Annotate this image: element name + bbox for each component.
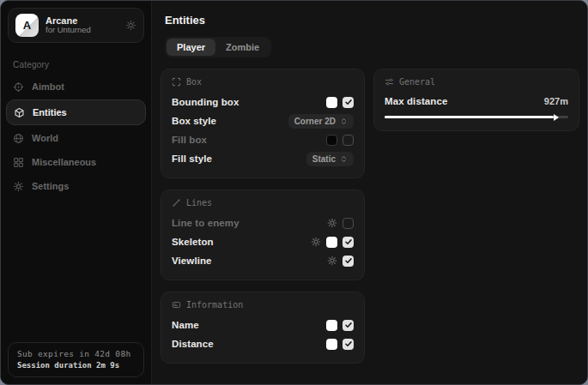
tab-player[interactable]: Player bbox=[167, 39, 215, 56]
sidebar-nav: Aimbot Entities World Miscellaneous bbox=[1, 75, 151, 198]
panel-header-label: Box bbox=[186, 77, 202, 87]
globe-icon bbox=[13, 133, 24, 144]
row-fill-style: Fill style Static bbox=[172, 149, 354, 168]
bounding-box-checkbox[interactable] bbox=[342, 97, 354, 108]
color-swatch[interactable] bbox=[326, 97, 337, 108]
app-subtitle: for Unturned bbox=[45, 26, 118, 35]
row-line-to-enemy: Line to enemy bbox=[172, 214, 354, 232]
panel-box: Box Bounding box Box style Corne bbox=[161, 69, 365, 178]
sidebar-item-entities[interactable]: Entities bbox=[6, 99, 146, 125]
sidebar: A Arcane for Unturned Category Aimbot En… bbox=[1, 1, 152, 384]
app-window: A Arcane for Unturned Category Aimbot En… bbox=[0, 0, 588, 385]
sidebar-item-label: Miscellaneous bbox=[32, 157, 96, 167]
color-swatch[interactable] bbox=[326, 237, 337, 248]
box-style-select[interactable]: Corner 2D bbox=[288, 114, 354, 129]
row-max-distance: Max distance 927m bbox=[385, 93, 568, 118]
app-logo: A bbox=[15, 14, 39, 37]
row-bounding-box: Bounding box bbox=[172, 93, 354, 111]
sidebar-item-label: Entities bbox=[33, 107, 67, 117]
color-swatch[interactable] bbox=[326, 135, 337, 146]
row-skeleton: Skeleton bbox=[172, 232, 354, 251]
sidebar-item-label: Aimbot bbox=[32, 81, 64, 92]
slider-thumb[interactable] bbox=[554, 114, 559, 121]
max-distance-slider[interactable] bbox=[385, 116, 568, 118]
panel-general: General Max distance 927m bbox=[373, 69, 579, 131]
row-distance: Distance bbox=[172, 334, 354, 353]
sub-expiry-text: Sub expires in 42d 08h bbox=[17, 349, 135, 358]
row-name: Name bbox=[172, 316, 354, 334]
subscription-card: Sub expires in 42d 08h Session duration … bbox=[8, 342, 144, 377]
sidebar-item-label: World bbox=[32, 133, 58, 143]
row-viewline: Viewline bbox=[172, 251, 354, 270]
scan-box-icon bbox=[172, 77, 181, 87]
main-content: Entities Player Zombie Box Bounding box bbox=[152, 1, 588, 384]
sidebar-item-miscellaneous[interactable]: Miscellaneous bbox=[1, 150, 151, 174]
row-fill-box: Fill box bbox=[172, 130, 354, 149]
sidebar-item-aimbot[interactable]: Aimbot bbox=[1, 75, 151, 99]
brand-card: A Arcane for Unturned bbox=[8, 8, 144, 43]
gear-icon bbox=[13, 181, 24, 192]
chevrons-up-down-icon bbox=[340, 117, 348, 125]
entity-tabs: Player Zombie bbox=[165, 37, 271, 57]
fill-box-checkbox[interactable] bbox=[342, 135, 354, 146]
color-swatch[interactable] bbox=[326, 320, 337, 331]
cube-icon bbox=[14, 107, 25, 118]
color-swatch[interactable] bbox=[326, 339, 337, 350]
panel-header-label: General bbox=[399, 77, 435, 87]
max-distance-value: 927m bbox=[544, 96, 568, 106]
distance-checkbox[interactable] bbox=[342, 339, 354, 350]
viewline-checkbox[interactable] bbox=[342, 256, 354, 267]
category-label: Category bbox=[13, 60, 139, 69]
line-to-enemy-checkbox[interactable] bbox=[342, 218, 354, 229]
page-title: Entities bbox=[165, 14, 579, 27]
gear-icon[interactable] bbox=[327, 256, 337, 266]
panel-header-label: Lines bbox=[186, 198, 212, 208]
tab-zombie[interactable]: Zombie bbox=[215, 39, 270, 56]
crosshair-icon bbox=[13, 81, 24, 93]
gear-icon[interactable] bbox=[311, 237, 321, 247]
name-checkbox[interactable] bbox=[342, 320, 354, 331]
panel-lines: Lines Line to enemy Skeleton bbox=[161, 189, 365, 280]
settings-gear-icon[interactable] bbox=[125, 20, 136, 31]
grid-icon bbox=[13, 157, 24, 168]
slider-fill bbox=[385, 116, 554, 118]
session-duration-text: Session duration 2m 9s bbox=[17, 361, 135, 370]
panel-information: Information Name Distance bbox=[161, 292, 365, 364]
sidebar-item-settings[interactable]: Settings bbox=[1, 174, 151, 198]
gear-icon[interactable] bbox=[327, 218, 337, 228]
chevrons-up-down-icon bbox=[340, 155, 348, 163]
skeleton-checkbox[interactable] bbox=[342, 237, 354, 248]
sidebar-item-world[interactable]: World bbox=[1, 126, 151, 150]
sliders-icon bbox=[385, 77, 394, 87]
sidebar-item-label: Settings bbox=[32, 181, 69, 191]
panel-header-label: Information bbox=[186, 300, 243, 310]
fill-style-select[interactable]: Static bbox=[306, 152, 354, 166]
line-icon bbox=[172, 198, 181, 208]
row-box-style: Box style Corner 2D bbox=[172, 111, 354, 130]
info-card-icon bbox=[172, 300, 181, 310]
